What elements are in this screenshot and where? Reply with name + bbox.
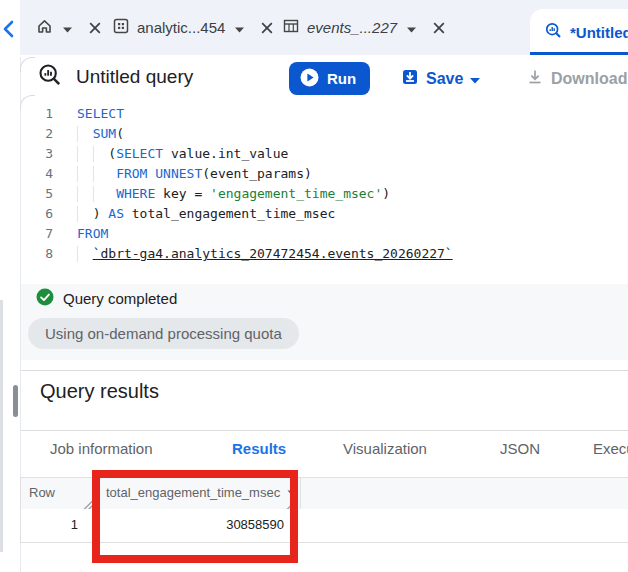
- download-button[interactable]: Download: [526, 62, 627, 95]
- row-number-cell: 1: [40, 517, 78, 532]
- line-number: 1: [20, 104, 53, 124]
- column-header-label: Row: [29, 485, 55, 500]
- tab-untitled-query-active[interactable]: *Untitled query: [530, 9, 628, 55]
- results-tab-job-information[interactable]: Job information: [50, 440, 153, 457]
- column-divider[interactable]: [96, 477, 97, 510]
- section-divider: [21, 370, 628, 371]
- run-button-label: Run: [327, 70, 356, 87]
- collapse-panel-chevron-icon[interactable]: [1, 18, 17, 40]
- code-token: FROM: [116, 166, 147, 181]
- results-tab-json[interactable]: JSON: [500, 440, 540, 457]
- code-token: SUM: [93, 126, 116, 141]
- code-line: 7FROM: [20, 224, 628, 244]
- code-text: WHERE key = 'engagement_time_msec'): [77, 184, 390, 204]
- table-icon: [283, 18, 299, 37]
- line-number: 5: [20, 184, 53, 204]
- table-row: [21, 509, 628, 543]
- results-tab-results[interactable]: Results: [232, 440, 286, 457]
- close-icon[interactable]: [432, 21, 446, 35]
- code-token: value.int_value: [163, 146, 288, 161]
- home-icon: [36, 18, 53, 37]
- code-token: (: [77, 146, 116, 161]
- code-text: SUM(: [77, 124, 124, 144]
- tab-analytics-dataset[interactable]: analytic...454: [113, 0, 274, 55]
- code-token: ): [382, 186, 390, 201]
- bigquery-editor-page: { "colors": { "accent_blue": "#0b57d0", …: [0, 0, 628, 572]
- code-text: FROM: [77, 224, 108, 244]
- cell-divider: [96, 509, 97, 542]
- code-token: AS: [108, 206, 124, 221]
- query-icon: [545, 22, 562, 42]
- caret-down-icon: [470, 70, 480, 88]
- code-line: 2 SUM(: [20, 124, 628, 144]
- code-line: 8 `dbrt-ga4.analytics_207472454.events_2…: [20, 244, 628, 264]
- caret-down-icon[interactable]: [235, 19, 244, 36]
- code-token: 'engagement_time_msec': [210, 186, 382, 201]
- scrollbar-thumb[interactable]: [13, 385, 18, 417]
- sql-editor[interactable]: 1SELECT2 SUM(3 (SELECT value.int_value4 …: [20, 104, 628, 264]
- code-text: `dbrt-ga4.analytics_207472454.events_202…: [77, 244, 453, 264]
- query-title: Untitled query: [76, 66, 193, 88]
- tab-events-table[interactable]: events_...227: [283, 0, 446, 55]
- query-results-heading: Query results: [40, 380, 159, 403]
- column-header-label: total_engagement_time_msec: [106, 485, 280, 500]
- code-line: 1SELECT: [20, 104, 628, 124]
- result-value-cell: 30858590: [170, 517, 284, 532]
- query-status-text: Query completed: [63, 290, 177, 307]
- save-icon: [401, 68, 419, 90]
- sort-caret-icon[interactable]: [287, 490, 297, 496]
- play-icon: [300, 68, 319, 90]
- close-icon[interactable]: [88, 21, 102, 35]
- query-icon: [38, 63, 62, 91]
- code-line: 5 WHERE key = 'engagement_time_msec'): [20, 184, 628, 204]
- code-token: (event_params): [202, 166, 312, 181]
- code-line: 4 FROM UNNEST(event_params): [20, 164, 628, 184]
- active-tab-label: *Untitled query: [570, 24, 628, 41]
- caret-down-icon[interactable]: [63, 19, 72, 36]
- column-header-total_engagement_time_msec[interactable]: total_engagement_time_msec: [106, 485, 297, 500]
- code-line: 3 (SELECT value.int_value: [20, 144, 628, 164]
- code-token: UNNEST: [155, 166, 202, 181]
- tab-home[interactable]: [36, 0, 102, 55]
- line-number: 2: [20, 124, 53, 144]
- results-divider: [21, 430, 628, 431]
- caret-down-icon[interactable]: [407, 19, 416, 36]
- results-tab-visualization[interactable]: Visualization: [343, 440, 427, 457]
- check-circle-icon: [36, 288, 54, 309]
- save-button-label: Save: [426, 70, 463, 88]
- toolbar-card-corner: [20, 57, 35, 72]
- code-token: FROM: [77, 226, 108, 241]
- code-token: (: [116, 126, 124, 141]
- save-button[interactable]: Save: [401, 62, 480, 95]
- code-token: WHERE: [116, 186, 155, 201]
- line-number: 4: [20, 164, 53, 184]
- column-divider[interactable]: [300, 477, 301, 510]
- query-status-row: Query completed: [36, 288, 177, 309]
- table-reference-link[interactable]: `dbrt-ga4.analytics_207472454.events_202…: [93, 246, 453, 261]
- tab-label: analytic...454: [137, 19, 225, 36]
- code-line: 6 ) AS total_engagement_time_msec: [20, 204, 628, 224]
- line-number: 6: [20, 204, 53, 224]
- dataset-icon: [113, 18, 129, 37]
- code-token: key =: [155, 186, 210, 201]
- column-header-row[interactable]: Row: [29, 485, 55, 500]
- code-token: [77, 126, 93, 141]
- line-number: 3: [20, 144, 53, 164]
- tab-label: events_...227: [307, 19, 397, 36]
- code-text: FROM UNNEST(event_params): [77, 164, 312, 184]
- line-number: 8: [20, 244, 53, 264]
- code-token: total_engagement_time_msec: [124, 206, 335, 221]
- scrollbar-track: [0, 300, 3, 552]
- code-text: (SELECT value.int_value: [77, 144, 288, 164]
- run-button[interactable]: Run: [289, 62, 370, 95]
- quota-chip: Using on-demand processing quota: [28, 318, 299, 349]
- code-token: [77, 186, 116, 201]
- active-tab-underline: [530, 52, 628, 55]
- close-icon[interactable]: [260, 21, 274, 35]
- code-token: SELECT: [77, 106, 124, 121]
- download-button-label: Download: [551, 70, 627, 88]
- code-token: SELECT: [116, 146, 163, 161]
- results-tab-execution-details[interactable]: Execution details: [593, 440, 628, 457]
- code-token: ): [77, 206, 108, 221]
- line-number: 7: [20, 224, 53, 244]
